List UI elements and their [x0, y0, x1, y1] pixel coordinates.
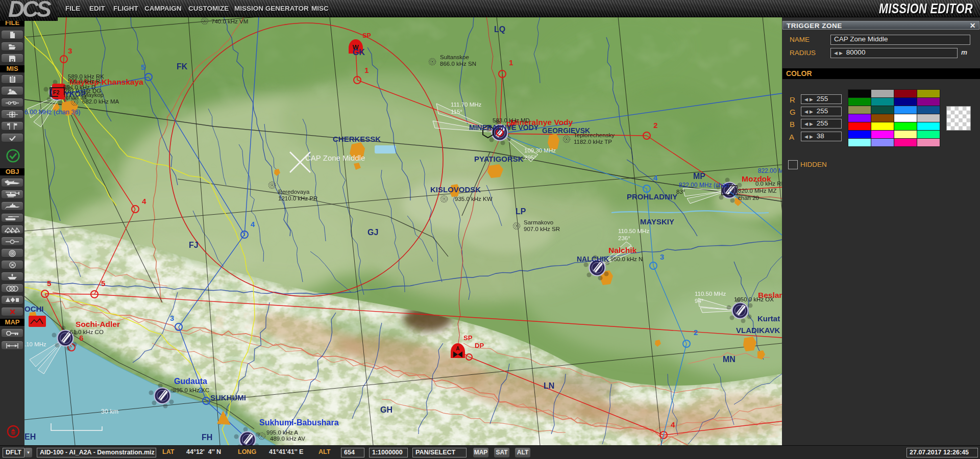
svg-text:94°: 94° [695, 298, 703, 304]
svg-text:GJ: GJ [368, 228, 378, 237]
svg-text:950.0 kHz N: 950.0 kHz N [610, 256, 643, 262]
svg-text:LQ: LQ [494, 25, 505, 34]
svg-text:83°: 83° [676, 189, 685, 195]
svg-text:EH: EH [24, 432, 36, 441]
svg-text:489.0 kHz AV: 489.0 kHz AV [270, 436, 305, 442]
svg-text:109.30 MHz: 109.30 MHz [524, 147, 556, 154]
svg-text:4: 4 [251, 220, 255, 228]
svg-text:236°: 236° [618, 235, 630, 241]
svg-text:591.0 kHz R: 591.0 kHz R [68, 78, 100, 84]
svg-text:Gudauta: Gudauta [174, 377, 207, 386]
svg-text:LP: LP [516, 207, 526, 216]
svg-text:LN: LN [544, 381, 554, 390]
svg-text:Teplorechensky: Teplorechensky [574, 132, 615, 138]
svg-text:1: 1 [509, 58, 513, 67]
svg-text:5: 5 [47, 279, 51, 288]
svg-text:1050.0 kHz OX: 1050.0 kHz OX [734, 296, 774, 302]
svg-text:CAP Zone Middle: CAP Zone Middle [305, 154, 365, 162]
svg-text:A: A [456, 346, 459, 351]
svg-text:FK: FK [177, 62, 188, 71]
svg-text:Sukhumi-Babushara: Sukhumi-Babushara [259, 418, 339, 427]
svg-text:110.50 MHz: 110.50 MHz [695, 291, 726, 297]
svg-text:4: 4 [671, 420, 675, 429]
svg-text:110.50 MHz: 110.50 MHz [618, 228, 649, 234]
svg-text:F2: F2 [53, 89, 60, 95]
svg-text:FJ: FJ [189, 241, 199, 249]
svg-text:.10 MHz: .10 MHz [24, 341, 46, 347]
svg-text:DP: DP [475, 342, 484, 349]
svg-text:0.0 kHz RM: 0.0 kHz RM [755, 181, 782, 187]
svg-text:GH: GH [380, 405, 393, 414]
svg-text:chan 20: chan 20 [738, 195, 759, 201]
svg-text:907.0 kHz SR: 907.0 kHz SR [524, 226, 560, 232]
svg-text:4: 4 [653, 173, 658, 182]
svg-text:SP: SP [362, 32, 371, 39]
svg-text:MP: MP [693, 172, 705, 181]
svg-text:Sultanskoe: Sultanskoe [440, 54, 469, 60]
svg-text:1: 1 [364, 66, 369, 74]
svg-text:PROHLADNIY: PROHLADNIY [627, 192, 677, 201]
svg-text:MINERALNYE VODY: MINERALNYE VODY [469, 123, 539, 132]
svg-text:822.00 MHz (chan: 822.00 MHz (chan [679, 182, 729, 189]
svg-text:SUKHUMI: SUKHUMI [210, 393, 246, 402]
svg-text:115°: 115° [451, 109, 462, 115]
svg-text:Sochi-Adler: Sochi-Adler [76, 320, 120, 328]
svg-text:935.0 kHz KW: 935.0 kHz KW [455, 196, 493, 202]
svg-text:5: 5 [141, 63, 145, 71]
svg-text:5: 5 [101, 279, 105, 288]
svg-text:740.0 kHz VM: 740.0 kHz VM [211, 18, 248, 24]
svg-text:KISLOVODSK: KISLOVODSK [430, 185, 481, 194]
svg-text:583.0 kHz MD: 583.0 kHz MD [493, 117, 530, 123]
svg-text:4: 4 [142, 197, 146, 206]
svg-text:866.0 kHz SN: 866.0 kHz SN [440, 61, 476, 67]
svg-text:FH: FH [202, 433, 212, 442]
svg-text:MAYSKIY: MAYSKIY [640, 217, 674, 226]
svg-text:2: 2 [653, 121, 657, 130]
svg-text:111.70 MHz: 111.70 MHz [451, 101, 482, 108]
svg-text:Kurtat: Kurtat [757, 314, 780, 323]
svg-text:YKOP: YKOP [64, 89, 86, 98]
svg-text:CHERKESSK: CHERKESSK [333, 135, 381, 143]
svg-text:Sarmakovo: Sarmakovo [524, 219, 553, 225]
svg-text:995.0 kHz A: 995.0 kHz A [266, 429, 298, 436]
svg-text:Peredovaya: Peredovaya [278, 189, 310, 195]
svg-text:OCHI: OCHI [24, 304, 44, 313]
svg-text:295°: 295° [524, 155, 536, 161]
svg-text:820.0 MHz MZ: 820.0 MHz MZ [738, 188, 776, 194]
svg-text:1182.0 kHz TP: 1182.0 kHz TP [574, 139, 612, 145]
svg-text:61.0 kHz CO: 61.0 kHz CO [70, 329, 104, 335]
svg-text:682.0 kHz MA: 682.0 kHz MA [82, 98, 119, 105]
svg-text:SP: SP [463, 334, 473, 342]
svg-text:VLADIKAVK: VLADIKAVK [736, 326, 780, 335]
svg-text:1210.0 kHz PR: 1210.0 kHz PR [278, 195, 317, 201]
svg-text:PYATIGORSK: PYATIGORSK [474, 155, 524, 163]
svg-text:6.00 MHz (chan 36): 6.00 MHz (chan 36) [24, 109, 81, 116]
svg-text:30 km: 30 km [101, 408, 118, 415]
svg-text:MN: MN [723, 355, 736, 364]
svg-text:395.0 kHz XC: 395.0 kHz XC [173, 387, 209, 393]
svg-text:3: 3 [68, 46, 72, 55]
svg-text:3: 3 [170, 314, 174, 322]
svg-text:NALCHIK: NALCHIK [577, 255, 609, 263]
svg-text:822.00 MH: 822.00 MH [758, 167, 782, 174]
svg-text:3: 3 [660, 252, 664, 261]
svg-text:Nalchik: Nalchik [608, 246, 637, 254]
svg-text:GK: GK [353, 48, 365, 57]
svg-text:2: 2 [694, 328, 698, 337]
